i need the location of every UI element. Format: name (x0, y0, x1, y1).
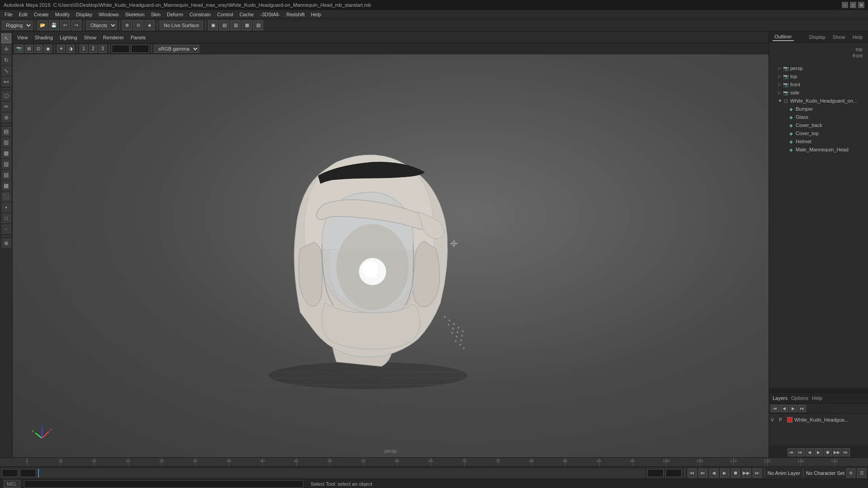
select-tool-icon[interactable]: ↖ (1, 33, 11, 43)
lasso-icon[interactable]: ⬡ (1, 91, 11, 101)
soft-select-icon[interactable]: ⊷ (1, 77, 11, 87)
vp-quality-1[interactable]: 1 (80, 45, 88, 53)
tree-item-cover-top[interactable]: ◈ Cover_top (769, 129, 868, 137)
layer-icon-3[interactable]: ▦ (1, 148, 11, 158)
layers-tab-help[interactable]: Help (812, 395, 822, 401)
layer-ctrl-3[interactable]: ▶ (789, 405, 797, 412)
snap-btn-3[interactable]: ◈ (145, 20, 155, 30)
rp-skip-start[interactable]: ⏮ (788, 448, 796, 456)
gamma-dropdown[interactable]: sRGB gamma (154, 45, 199, 53)
tree-item-front[interactable]: ▷ 📷 front (769, 80, 868, 89)
rp-prev-frame[interactable]: ⏭ (797, 448, 805, 456)
menu-item-cache[interactable]: Cache (237, 11, 257, 18)
vp-menu-renderer[interactable]: Renderer (100, 34, 127, 41)
outliner-tree[interactable]: ▷ 📷 persp ▷ 📷 top ▷ 📷 front ▷ (769, 62, 868, 389)
objects-dropdown[interactable]: Objects (86, 21, 117, 30)
view-front-label[interactable]: front (851, 52, 864, 59)
menu-item-deform[interactable]: Deform (164, 11, 186, 18)
char-set-btn-2[interactable]: ☰ (857, 469, 866, 478)
range-start-field[interactable]: 1 (20, 469, 36, 477)
current-frame-field[interactable]: 1 (2, 469, 18, 477)
menu-item-control[interactable]: Control (214, 11, 236, 18)
rp-next-frame[interactable]: ▶▶ (833, 448, 841, 456)
layer-icon-10[interactable]: ▫ (1, 224, 11, 234)
render-btn-3[interactable]: ▥ (231, 20, 241, 30)
outliner-help-tab[interactable]: Help (850, 33, 864, 41)
rp-skip-end[interactable]: ⏭ (842, 448, 850, 456)
menu-item-redshift[interactable]: Redshift (283, 11, 307, 18)
vp-cam-btn[interactable]: 📷 (14, 45, 24, 53)
misc-icon-1[interactable]: ⊕ (1, 238, 11, 248)
skip-end-btn[interactable]: ⏭ (753, 469, 762, 478)
vp-menu-view[interactable]: View (14, 34, 31, 41)
layer-visibility[interactable]: V (771, 418, 777, 422)
layer-icon-2[interactable]: ▥ (1, 137, 11, 147)
tree-item-glass[interactable]: ◈ Glass (769, 113, 868, 121)
script-input[interactable] (24, 480, 303, 488)
viewport-3d[interactable]: X Y Z persp (13, 54, 769, 457)
open-button[interactable]: 📂 (38, 20, 47, 30)
rp-play-back[interactable]: ◀ (806, 448, 814, 456)
minimize-button[interactable]: − (842, 2, 848, 8)
vp-shadow-btn[interactable]: ◑ (66, 45, 75, 53)
outliner-display-tab[interactable]: Display (807, 33, 827, 41)
tree-item-top[interactable]: ▷ 📷 top (769, 72, 868, 80)
close-button[interactable]: ✕ (858, 2, 864, 8)
skip-start-btn[interactable]: ⏮ (688, 469, 697, 478)
render-btn-5[interactable]: ▧ (253, 20, 263, 30)
range-end-field2[interactable]: 200 (665, 469, 682, 477)
save-button[interactable]: 💾 (49, 20, 59, 30)
layer-ctrl-4[interactable]: ⏭ (798, 405, 806, 412)
vp-light-btn[interactable]: ☀ (57, 45, 65, 53)
vp-quality-3[interactable]: 3 (99, 45, 107, 53)
script-mode-label[interactable]: MEL (4, 480, 20, 488)
rotate-tool-icon[interactable]: ↻ (1, 55, 11, 65)
range-end-field[interactable]: 120 (647, 469, 664, 477)
timeline-bar[interactable]: 5101520253035404550556065707580859095100… (0, 458, 868, 467)
menu-item-windows[interactable]: Windows (96, 11, 122, 18)
rp-play-fwd[interactable]: ▶ (815, 448, 823, 456)
tree-item-cover-back[interactable]: ◈ Cover_back (769, 121, 868, 129)
render-btn-2[interactable]: ▤ (219, 20, 229, 30)
layers-tab-options[interactable]: Options (791, 395, 808, 401)
snap-btn-1[interactable]: ⊕ (122, 20, 132, 30)
tree-item-bumper[interactable]: ◈ Bumper (769, 105, 868, 113)
layers-tab-layers[interactable]: Layers (773, 395, 788, 401)
vp-menu-shading[interactable]: Shading (32, 34, 56, 41)
menu-item-constrain[interactable]: Constrain (187, 11, 213, 18)
vp-value-1[interactable]: 0.00 (112, 45, 130, 53)
stop-btn[interactable]: ⏹ (731, 469, 740, 478)
render-btn-1[interactable]: ▣ (208, 20, 218, 30)
layer-icon-9[interactable]: □ (1, 213, 11, 223)
right-scrollbar[interactable] (769, 389, 868, 392)
layer-icon-7[interactable]: ⬛ (1, 192, 11, 202)
tree-item-headguard-group[interactable]: ▼ ⬡ White_Kudo_Headguard_on... (769, 97, 868, 105)
tree-item-helmet[interactable]: ◈ Helmet (769, 137, 868, 145)
tree-item-side[interactable]: ▷ 📷 side (769, 89, 868, 97)
rigging-dropdown[interactable]: Rigging (2, 21, 33, 30)
sculpt-icon[interactable]: ⊛ (1, 113, 11, 122)
menu-item-skin[interactable]: Skin (148, 11, 163, 18)
vp-quality-2[interactable]: 2 (89, 45, 97, 53)
layer-icon-6[interactable]: ▩ (1, 181, 11, 191)
mini-timeline[interactable] (38, 469, 646, 478)
undo-button[interactable]: ↩ (60, 20, 70, 30)
layer-icon-8[interactable]: ▪ (1, 202, 11, 212)
vp-value-2[interactable]: 1.00 (131, 45, 149, 53)
next-key-btn[interactable]: ▶▶ (742, 469, 751, 478)
menu-item-help[interactable]: Help (308, 11, 324, 18)
vp-grid-btn[interactable]: ⊞ (25, 45, 33, 53)
vp-menu-lighting[interactable]: Lighting (57, 34, 80, 41)
rp-stop[interactable]: ⏹ (824, 448, 832, 456)
move-tool-icon[interactable]: ✛ (1, 44, 11, 54)
view-top-label[interactable]: top (854, 46, 864, 52)
menu-item-create[interactable]: Create (31, 11, 52, 18)
render-btn-4[interactable]: ▦ (242, 20, 252, 30)
play-back-btn[interactable]: ◀ (709, 469, 718, 478)
layer-icon-1[interactable]: ▤ (1, 127, 11, 136)
menu-item-file[interactable]: File (2, 11, 15, 18)
vp-wire-btn[interactable]: ⊡ (34, 45, 42, 53)
menu-item-dstall[interactable]: -3DStAll- (257, 11, 283, 18)
menu-item-edit[interactable]: Edit (16, 11, 30, 18)
paint-icon[interactable]: ✏ (1, 102, 11, 112)
